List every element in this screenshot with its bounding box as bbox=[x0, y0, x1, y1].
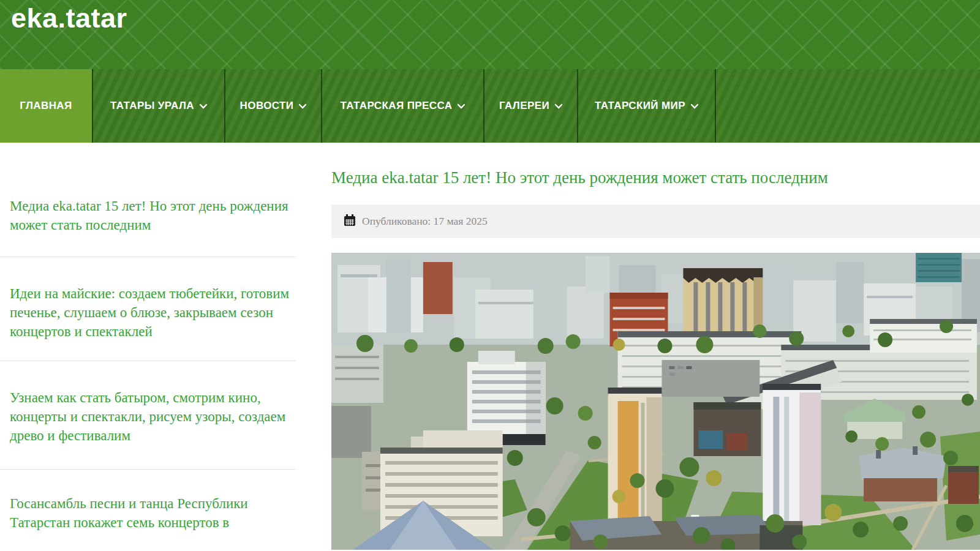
nav-item-tatary-urala[interactable]: ТАТАРЫ УРАЛА bbox=[92, 69, 224, 143]
nav-item-label: ГАЛЕРЕИ bbox=[499, 100, 549, 112]
nav-item-label: ТАТАРЫ УРАЛА bbox=[110, 100, 194, 112]
chevron-down-icon bbox=[555, 104, 562, 109]
nav-item-label: ТАТАРСКАЯ ПРЕССА bbox=[341, 100, 453, 112]
sidebar-article-link[interactable]: Идеи на майские: создаем тюбетейки, гото… bbox=[10, 257, 296, 361]
article-title[interactable]: Медиа eka.tatar 15 лет! Но этот день рож… bbox=[331, 167, 980, 188]
sidebar-article-link[interactable]: Медиа eka.tatar 15 лет! Но этот день рож… bbox=[10, 143, 296, 257]
nav-item-galerei[interactable]: ГАЛЕРЕИ bbox=[483, 69, 577, 143]
header-band: eka.tatar bbox=[0, 0, 980, 69]
nav-item-novosti[interactable]: НОВОСТИ bbox=[224, 69, 321, 143]
article-main: Медиа eka.tatar 15 лет! Но этот день рож… bbox=[331, 143, 980, 551]
published-date: Опубликовано: 17 мая 2025 bbox=[362, 215, 488, 228]
nav-item-tatarskaya-pressa[interactable]: ТАТАРСКАЯ ПРЕССА bbox=[321, 69, 483, 143]
nav-item-label: НОВОСТИ bbox=[240, 100, 294, 112]
calendar-icon bbox=[344, 214, 356, 229]
article-photo bbox=[331, 253, 980, 550]
chevron-down-icon bbox=[691, 104, 698, 109]
sidebar-article-list: Медиа eka.tatar 15 лет! Но этот день рож… bbox=[0, 143, 304, 551]
published-bar: Опубликовано: 17 мая 2025 bbox=[331, 204, 980, 238]
main-navigation: ГЛАВНАЯ ТАТАРЫ УРАЛА НОВОСТИ ТАТАРСКАЯ П… bbox=[0, 69, 980, 143]
chevron-down-icon bbox=[299, 104, 306, 109]
nav-item-glavnaya[interactable]: ГЛАВНАЯ bbox=[0, 69, 92, 143]
nav-item-label: ТАТАРСКИЙ МИР bbox=[595, 100, 685, 112]
chevron-down-icon bbox=[200, 104, 207, 109]
sidebar-article-link[interactable]: Госансамбль песни и танца Республики Тат… bbox=[10, 470, 296, 532]
nav-item-tatarskiy-mir[interactable]: ТАТАРСКИЙ МИР bbox=[577, 69, 716, 143]
site-logo[interactable]: eka.tatar bbox=[11, 2, 127, 34]
chevron-down-icon bbox=[458, 104, 465, 109]
nav-item-label: ГЛАВНАЯ bbox=[20, 100, 72, 112]
sidebar-article-link[interactable]: Узнаем как стать батыром, смотрим кино, … bbox=[10, 361, 296, 469]
